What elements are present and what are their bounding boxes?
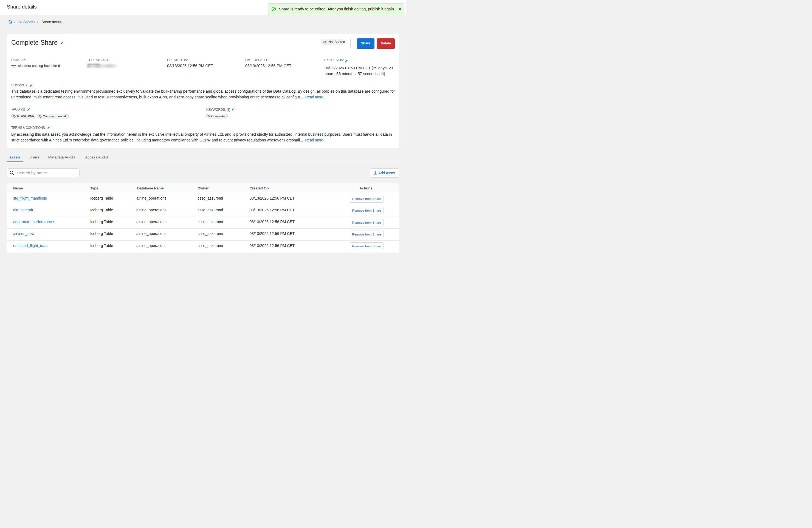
svg-text:aws: aws	[11, 64, 16, 67]
